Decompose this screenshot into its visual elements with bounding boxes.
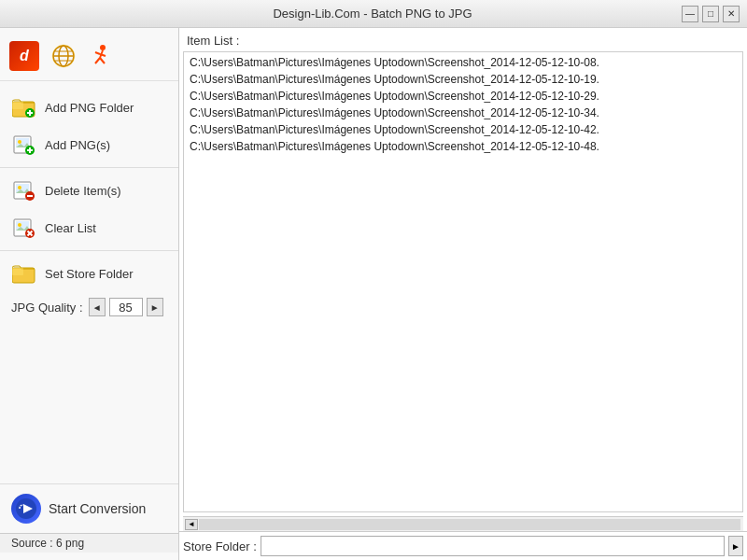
- add-png-folder-button[interactable]: Add PNG Folder: [0, 89, 178, 126]
- list-item: C:\Users\Batman\Pictures\Imágenes Uptodo…: [188, 105, 739, 121]
- list-item: C:\Users\Batman\Pictures\Imágenes Uptodo…: [188, 138, 739, 155]
- divider-2: [0, 250, 178, 251]
- restore-button[interactable]: □: [702, 6, 719, 22]
- item-list-content[interactable]: C:\Users\Batman\Pictures\Imágenes Uptodo…: [184, 52, 742, 511]
- svg-point-6: [100, 45, 106, 50]
- svg-line-10: [95, 52, 100, 54]
- jpg-quality-row: JPG Quality : ◄ 85 ►: [0, 292, 178, 322]
- list-item: C:\Users\Batman\Pictures\Imágenes Uptodo…: [188, 71, 739, 88]
- store-folder-row: Store Folder : ►: [179, 531, 747, 560]
- list-item: C:\Users\Batman\Pictures\Imágenes Uptodo…: [188, 88, 739, 105]
- add-pngs-label: Add PNG(s): [45, 138, 110, 152]
- svg-point-19: [18, 140, 21, 144]
- add-pngs-icon: [11, 132, 37, 158]
- set-store-folder-label: Set Store Folder: [45, 267, 134, 281]
- title-bar: Design-Lib.Com - Batch PNG to JPG — □ ✕: [0, 0, 747, 28]
- set-store-folder-button[interactable]: Set Store Folder: [0, 255, 178, 292]
- window-controls: — □ ✕: [682, 6, 740, 22]
- store-folder-label: Store Folder :: [183, 539, 257, 553]
- add-png-folder-label: Add PNG Folder: [45, 101, 134, 115]
- delete-items-icon: [11, 177, 37, 203]
- jpg-quality-label: JPG Quality :: [11, 301, 83, 315]
- close-button[interactable]: ✕: [723, 6, 740, 22]
- clear-list-button[interactable]: Clear List: [0, 209, 178, 246]
- app-body: d: [0, 28, 747, 560]
- status-text: Source : 6 png: [11, 537, 84, 550]
- item-list-container: C:\Users\Batman\Pictures\Imágenes Uptodo…: [183, 51, 743, 512]
- quality-decrease-button[interactable]: ◄: [89, 298, 106, 316]
- list-item: C:\Users\Batman\Pictures\Imágenes Uptodo…: [188, 54, 739, 71]
- svg-rect-35: [12, 268, 23, 275]
- globe-icon[interactable]: [49, 41, 78, 71]
- status-bar: Source : 6 png: [0, 533, 178, 553]
- delete-items-button[interactable]: Delete Item(s): [0, 172, 178, 209]
- sidebar-spacer: [0, 322, 178, 483]
- add-folder-icon: [11, 94, 37, 120]
- main-content: Item List : C:\Users\Batman\Pictures\Imá…: [179, 28, 747, 560]
- svg-line-8: [95, 58, 100, 63]
- app-logo-icon: d: [7, 39, 41, 73]
- scroll-track[interactable]: [199, 519, 740, 530]
- clear-list-icon: [11, 215, 37, 241]
- list-item: C:\Users\Batman\Pictures\Imágenes Uptodo…: [188, 121, 739, 138]
- svg-line-9: [100, 58, 105, 63]
- set-store-folder-icon: [11, 260, 37, 287]
- sidebar: d: [0, 28, 179, 560]
- svg-point-30: [18, 223, 21, 227]
- delete-items-label: Delete Item(s): [45, 184, 121, 198]
- horizontal-scrollbar[interactable]: ◄: [183, 516, 743, 531]
- quality-value: 85: [109, 298, 143, 316]
- svg-rect-13: [12, 102, 23, 109]
- minimize-button[interactable]: —: [682, 6, 698, 22]
- clear-list-label: Clear List: [45, 221, 96, 235]
- start-conversion-button[interactable]: Start Conversion: [0, 483, 178, 533]
- start-conversion-label: Start Conversion: [49, 501, 146, 516]
- store-folder-input[interactable]: [261, 536, 725, 556]
- add-pngs-button[interactable]: Add PNG(s): [0, 126, 178, 163]
- svg-point-25: [18, 186, 21, 189]
- scroll-left-button[interactable]: ◄: [185, 519, 198, 530]
- runner-icon[interactable]: [86, 41, 116, 71]
- divider-1: [0, 167, 178, 168]
- window-title: Design-Lib.Com - Batch PNG to JPG: [63, 7, 682, 21]
- store-folder-browse-button[interactable]: ►: [728, 536, 743, 556]
- sidebar-top-icons: d: [0, 35, 178, 81]
- quality-increase-button[interactable]: ►: [147, 298, 163, 316]
- start-conversion-icon: [11, 494, 41, 524]
- item-list-label: Item List :: [179, 28, 747, 51]
